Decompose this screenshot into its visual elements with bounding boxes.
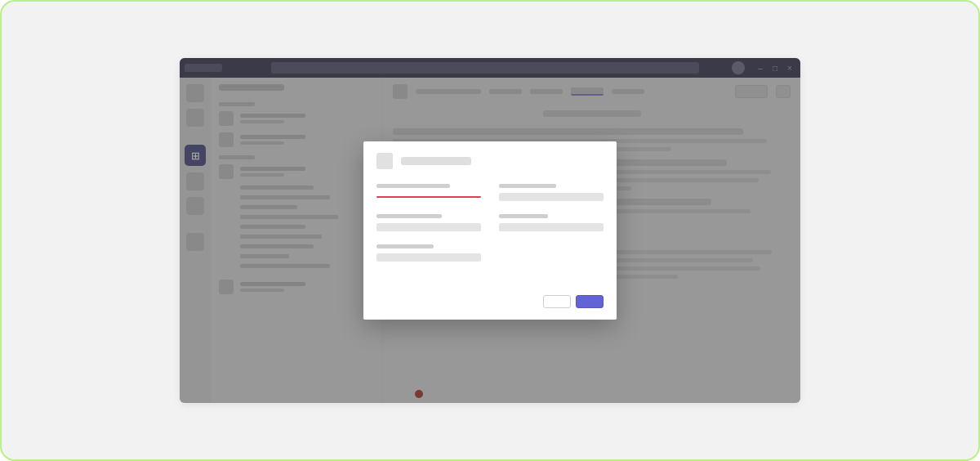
field-label — [499, 184, 556, 188]
field-input[interactable] — [499, 193, 604, 201]
form-field — [499, 184, 604, 201]
field-label — [376, 244, 434, 248]
form-field — [376, 214, 481, 231]
dialog-title — [401, 157, 471, 165]
field-input[interactable] — [499, 223, 604, 231]
illustration-frame: – □ × ⊞ — [0, 0, 980, 461]
dialog-header — [376, 153, 604, 169]
field-input[interactable] — [376, 223, 481, 231]
field-input[interactable] — [376, 253, 481, 262]
cancel-button[interactable] — [543, 295, 571, 308]
dialog — [363, 141, 617, 320]
form-field — [499, 214, 604, 231]
form-field — [376, 184, 481, 201]
dialog-footer — [376, 295, 604, 308]
field-label — [376, 214, 442, 218]
confirm-button[interactable] — [576, 295, 604, 308]
form-field — [376, 244, 481, 262]
field-label — [499, 214, 548, 218]
app-window: – □ × ⊞ — [180, 58, 800, 403]
dialog-form — [376, 184, 604, 262]
dialog-icon — [376, 153, 393, 169]
field-label — [376, 184, 450, 188]
field-input-error[interactable] — [376, 196, 481, 198]
